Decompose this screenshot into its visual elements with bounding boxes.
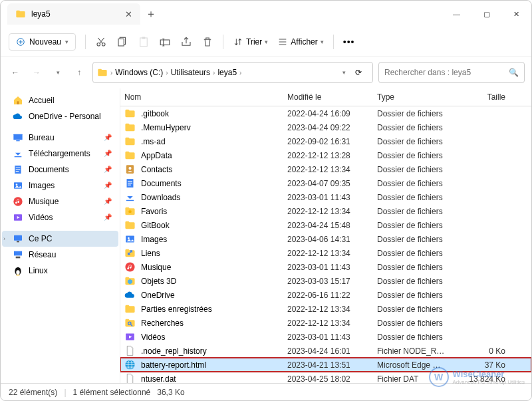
file-icon [124, 261, 136, 273]
file-type: Dossier de fichiers [373, 304, 450, 315]
sidebar-item-label: Accueil [29, 94, 55, 106]
sidebar-linux[interactable]: Linux [2, 263, 118, 279]
sidebar-item[interactable]: Musique📌 [2, 194, 118, 209]
bc-segment[interactable]: Windows (C:) [115, 68, 163, 77]
back-button[interactable]: ← [7, 68, 23, 77]
drive-icon [97, 67, 108, 78]
close-button[interactable]: ✕ [501, 1, 531, 27]
cut-icon[interactable] [95, 36, 107, 48]
sidebar-item[interactable]: Documents📌 [2, 162, 118, 178]
col-name[interactable]: Nom [120, 92, 283, 102]
chevron-down-icon: ▾ [265, 39, 268, 45]
col-size[interactable]: Taille [450, 92, 509, 102]
file-row[interactable]: .ms-ad2022-09-02 16:31Dossier de fichier… [120, 134, 531, 148]
file-size [450, 113, 509, 114]
view-button[interactable]: Afficher ▾ [277, 37, 323, 47]
file-icon [124, 289, 136, 301]
col-type[interactable]: Type [373, 92, 450, 102]
file-row[interactable]: Contacts2022-12-12 13:34Dossier de fichi… [120, 162, 531, 176]
file-row[interactable]: Documents2023-04-07 09:35Dossier de fich… [120, 176, 531, 190]
minimize-button[interactable]: — [442, 1, 471, 27]
share-icon[interactable] [180, 36, 192, 48]
file-row[interactable]: Downloads2023-03-01 11:43Dossier de fich… [120, 190, 531, 204]
file-size [450, 253, 509, 254]
file-row[interactable]: Objets 3D2023-03-03 15:17Dossier de fich… [120, 274, 531, 288]
file-size [450, 336, 509, 338]
sidebar-item[interactable]: Images📌 [2, 178, 118, 194]
file-row[interactable]: .node_repl_history2023-04-24 16:01Fichie… [120, 344, 531, 358]
sort-label: Trier [246, 37, 262, 47]
tab-current[interactable]: leya5 ✕ [7, 3, 140, 25]
sidebar-network[interactable]: Réseau [2, 247, 118, 263]
file-size: 13 824 Ko [450, 374, 509, 384]
forward-button[interactable]: → [29, 68, 45, 77]
breadcrumb[interactable]: › Windows (C:) › Utilisateurs › leya5 › … [92, 62, 373, 83]
sidebar-item[interactable]: Bureau📌 [2, 130, 118, 146]
file-row[interactable]: Musique2023-03-01 11:43Dossier de fichie… [120, 260, 531, 274]
file-modified: 2023-03-01 11:43 [283, 332, 373, 342]
search-icon: 🔍 [509, 68, 519, 77]
col-modified[interactable]: Modifié le [283, 92, 373, 102]
maximize-button[interactable]: ▢ [471, 1, 501, 27]
file-size [450, 281, 509, 282]
sidebar-thispc[interactable]: ›Ce PC [2, 231, 118, 247]
bc-segment[interactable]: leya5 [217, 68, 237, 77]
tab-title: leya5 [31, 9, 51, 19]
file-row[interactable]: ntuser.dat2023-04-25 18:02Fichier DAT13 … [120, 372, 531, 383]
file-size [450, 309, 509, 310]
bc-segment[interactable]: Utilisateurs [171, 68, 210, 77]
file-row[interactable]: Vidéos2023-03-01 11:43Dossier de fichier… [120, 330, 531, 344]
view-icon [277, 37, 288, 47]
file-row[interactable]: GitBook2023-04-24 15:48Dossier de fichie… [120, 218, 531, 232]
file-row[interactable]: OneDrive2022-06-16 11:22Dossier de fichi… [120, 288, 531, 302]
recent-dropdown[interactable]: ▾ [50, 69, 66, 76]
sidebar-icon [13, 196, 23, 207]
sidebar-item-label: Ce PC [29, 233, 52, 245]
file-modified: 2022-12-12 13:34 [283, 304, 373, 315]
sidebar-item[interactable]: Téléchargements📌 [2, 146, 118, 162]
file-name: AppData [141, 151, 172, 160]
close-tab-icon[interactable]: ✕ [125, 9, 132, 19]
file-modified: 2023-03-03 15:17 [283, 276, 373, 287]
file-row[interactable]: Images2023-04-06 14:31Dossier de fichier… [120, 232, 531, 246]
cloud-icon [13, 111, 23, 122]
file-size [450, 155, 509, 156]
file-name: .gitbook [141, 109, 169, 118]
new-label: Nouveau [29, 37, 61, 47]
pin-icon: 📌 [104, 196, 112, 207]
file-row[interactable]: Liens2022-12-12 13:34Dossier de fichiers [120, 246, 531, 260]
titlebar: leya5 ✕ ＋ — ▢ ✕ [1, 1, 531, 27]
refresh-button[interactable]: ⟳ [348, 68, 368, 77]
chevron-down-icon[interactable]: ▾ [342, 69, 346, 76]
file-name: Documents [141, 179, 182, 188]
file-size [450, 141, 509, 142]
file-row[interactable]: .gitbook2022-04-24 16:09Dossier de fichi… [120, 106, 531, 120]
file-modified: 2023-03-01 11:43 [283, 262, 373, 273]
copy-icon[interactable] [116, 36, 128, 48]
sidebar-item[interactable]: Vidéos📌 [2, 209, 118, 225]
paste-icon[interactable] [138, 36, 150, 48]
sidebar-home[interactable]: Accueil [2, 92, 118, 108]
up-button[interactable]: ↑ [71, 68, 87, 77]
file-row[interactable]: Parties enregistrées2022-12-12 13:34Doss… [120, 302, 531, 316]
file-row[interactable]: .MemuHyperv2023-04-24 09:22Dossier de fi… [120, 120, 531, 134]
file-row[interactable]: Recherches2022-12-12 13:34Dossier de fic… [120, 316, 531, 330]
sidebar-onedrive[interactable]: OneDrive - Personal [2, 108, 118, 124]
file-modified: 2023-04-24 15:48 [283, 220, 373, 231]
file-row[interactable]: Favoris2022-12-12 13:34Dossier de fichie… [120, 204, 531, 218]
search-placeholder: Rechercher dans : leya5 [384, 68, 471, 77]
file-name: Objets 3D [141, 277, 176, 286]
sidebar-icon [13, 148, 23, 159]
new-tab-button[interactable]: ＋ [146, 7, 156, 21]
rename-icon[interactable] [159, 36, 171, 48]
search-input[interactable]: Rechercher dans : leya5 🔍 [378, 62, 525, 83]
file-name: Contacts [141, 165, 172, 174]
file-list[interactable]: .gitbook2022-04-24 16:09Dossier de fichi… [120, 106, 531, 383]
more-button[interactable]: ••• [343, 37, 355, 47]
delete-icon[interactable] [201, 36, 213, 48]
file-modified: 2022-06-16 11:22 [283, 290, 373, 301]
new-button[interactable]: Nouveau ▾ [9, 33, 76, 51]
sort-button[interactable]: Trier ▾ [233, 37, 268, 47]
file-row[interactable]: battery-report.html2023-04-21 13:51Micro… [120, 358, 531, 372]
file-row[interactable]: AppData2022-12-12 13:28Dossier de fichie… [120, 148, 531, 162]
